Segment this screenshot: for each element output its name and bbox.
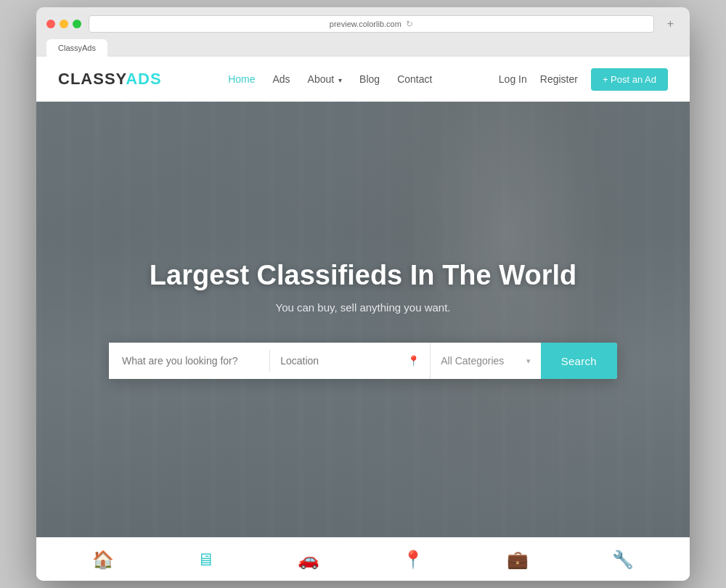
browser-tab[interactable]: ClassyAds: [46, 39, 107, 57]
category-select[interactable]: All Categories Real Estate Vehicles Elec…: [441, 343, 526, 379]
strip-icon-6[interactable]: 🔧: [612, 550, 634, 570]
strip-icon-3[interactable]: 🚗: [298, 550, 319, 570]
post-ad-button[interactable]: + Post an Ad: [591, 68, 668, 91]
minimize-button[interactable]: [60, 20, 68, 28]
login-link[interactable]: Log In: [499, 73, 527, 85]
strip-icon-symbol-6: 🔧: [612, 550, 634, 570]
browser-controls: [46, 20, 81, 28]
chevron-down-icon: ▾: [526, 356, 531, 366]
strip-icon-symbol-3: 🚗: [298, 550, 319, 570]
category-wrapper: All Categories Real Estate Vehicles Elec…: [430, 343, 540, 379]
about-dropdown-arrow: ▾: [338, 76, 342, 84]
nav-link-blog[interactable]: Blog: [359, 73, 380, 85]
nav-item-home[interactable]: Home: [228, 73, 255, 86]
address-bar[interactable]: preview.colorlib.com ↻: [89, 15, 654, 33]
reload-icon[interactable]: ↻: [406, 19, 413, 29]
main-nav: Home Ads About ▾ Blog Contact: [228, 73, 432, 86]
nav-item-blog[interactable]: Blog: [359, 73, 380, 86]
strip-icon-1[interactable]: 🏠: [92, 550, 114, 570]
nav-link-about[interactable]: About ▾: [308, 73, 342, 85]
nav-item-contact[interactable]: Contact: [397, 73, 432, 86]
hero-content: Largest Classifieds In The World You can…: [36, 102, 690, 537]
search-bar: 📍 All Categories Real Estate Vehicles El…: [109, 343, 617, 379]
register-link[interactable]: Register: [540, 73, 578, 85]
brand-ads: ADS: [126, 70, 161, 88]
browser-window: preview.colorlib.com ↻ + ClassyAds CLASS…: [36, 7, 690, 581]
strip-icon-symbol-4: 📍: [402, 550, 424, 570]
strip-icon-2[interactable]: 🖥: [197, 550, 214, 570]
hero-title: Largest Classifieds In The World: [150, 260, 576, 291]
strip-icon-symbol-1: 🏠: [92, 550, 114, 570]
browser-chrome: preview.colorlib.com ↻ + ClassyAds: [36, 7, 690, 57]
maximize-button[interactable]: [73, 20, 81, 28]
nav-link-home[interactable]: Home: [228, 73, 255, 85]
brand-logo[interactable]: CLASSYADS: [58, 70, 162, 89]
category-strip: 🏠 🖥 🚗 📍 💼 🔧: [36, 537, 690, 581]
search-button[interactable]: Search: [541, 343, 617, 379]
strip-icon-symbol-5: 💼: [507, 550, 529, 570]
strip-icon-symbol-2: 🖥: [197, 550, 214, 570]
address-text: preview.colorlib.com: [330, 20, 401, 28]
nav-link-contact[interactable]: Contact: [397, 73, 432, 85]
nav-item-about[interactable]: About ▾: [308, 73, 342, 86]
brand-classy: CLASSY: [58, 70, 126, 88]
tab-label: ClassyAds: [58, 44, 96, 52]
navbar: CLASSYADS Home Ads About ▾ Blog Contact: [36, 57, 690, 102]
new-tab-button[interactable]: +: [661, 15, 680, 33]
nav-item-ads[interactable]: Ads: [272, 73, 290, 86]
strip-icon-5[interactable]: 💼: [507, 550, 529, 570]
location-icon: 📍: [407, 355, 420, 367]
nav-link-ads[interactable]: Ads: [272, 73, 290, 85]
strip-icon-4[interactable]: 📍: [402, 550, 424, 570]
location-input[interactable]: [280, 343, 407, 379]
hero-section: Largest Classifieds In The World You can…: [36, 102, 690, 537]
location-wrapper: 📍: [270, 343, 430, 379]
website-content: CLASSYADS Home Ads About ▾ Blog Contact: [36, 57, 690, 581]
navbar-actions: Log In Register + Post an Ad: [499, 68, 668, 91]
hero-subtitle: You can buy, sell anything you want.: [276, 301, 451, 314]
keyword-input[interactable]: [109, 343, 269, 379]
close-button[interactable]: [46, 20, 55, 28]
